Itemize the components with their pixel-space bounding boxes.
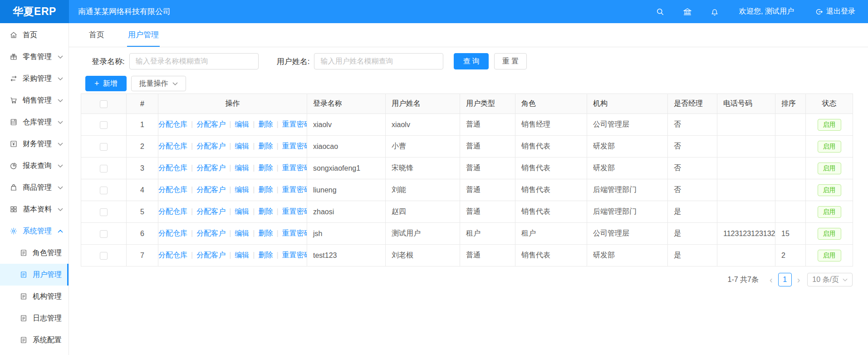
action-assign-warehouse[interactable]: 分配仓库 [158,164,187,172]
status-badge[interactable]: 启用 [818,141,841,153]
sidebar-item-product[interactable]: 商品管理 [0,177,69,198]
row-checkbox[interactable] [100,208,108,216]
search-icon[interactable] [656,7,665,16]
sidebar-item-home[interactable]: 首页 [0,24,69,46]
filter-form: 登录名称: 用户姓名: 查 询 重 置 [92,53,868,70]
tab-home[interactable]: 首页 [88,23,105,47]
action-delete[interactable]: 删除 [258,207,273,215]
page-size-select[interactable]: 10 条/页 [807,273,853,286]
sort-cell [775,114,806,136]
logout-button[interactable]: 退出登录 [815,7,855,16]
sidebar-item-basedata[interactable]: 基本资料 [0,198,69,220]
action-assign-warehouse[interactable]: 分配仓库 [158,251,187,259]
next-page-button[interactable]: › [794,275,803,284]
action-assign-customer[interactable]: 分配客户 [196,120,226,128]
action-reset-password[interactable]: 重置密码 [282,229,307,237]
is-manager-cell: 是 [668,245,717,266]
action-reset-password[interactable]: 重置密码 [282,164,307,172]
action-delete[interactable]: 删除 [258,251,273,259]
action-assign-customer[interactable]: 分配客户 [196,142,226,150]
status-badge[interactable]: 启用 [818,119,841,131]
sidebar-item-system[interactable]: 系统管理 [0,220,69,242]
tab-user-management[interactable]: 用户管理 [127,23,160,47]
action-edit[interactable]: 编辑 [235,207,249,215]
user-name-input[interactable] [314,53,443,69]
login-name-label: 登录名称: [92,56,125,67]
sidebar-item-report[interactable]: 报表查询 [0,155,69,177]
action-delete[interactable]: 删除 [258,120,273,128]
action-delete[interactable]: 删除 [258,229,273,237]
status-badge[interactable]: 启用 [818,250,841,261]
sidebar-item-retail[interactable]: 零售管理 [0,46,69,68]
action-edit[interactable]: 编辑 [235,251,249,259]
row-checkbox[interactable] [100,230,108,238]
select-all-checkbox[interactable] [100,100,108,108]
action-assign-customer[interactable]: 分配客户 [196,229,226,237]
action-reset-password[interactable]: 重置密码 [282,120,307,128]
action-separator: | [191,120,193,128]
action-reset-password[interactable]: 重置密码 [282,207,307,215]
login-name-cell: test123 [307,245,386,266]
sidebar-item-warehouse[interactable]: 仓库管理 [0,111,69,133]
pagination: 1-7 共7条 ‹ 1 › 10 条/页 [81,273,853,286]
action-reset-password[interactable]: 重置密码 [282,186,307,193]
action-assign-customer[interactable]: 分配客户 [196,207,226,215]
action-edit[interactable]: 编辑 [235,164,249,172]
user-type-cell: 普通 [460,158,515,179]
role-cell: 销售代表 [515,179,587,201]
action-edit[interactable]: 编辑 [235,142,249,150]
action-assign-warehouse[interactable]: 分配仓库 [158,229,187,237]
batch-actions-button[interactable]: 批量操作 [131,76,186,91]
status-badge[interactable]: 启用 [818,163,841,174]
action-delete[interactable]: 删除 [258,186,273,193]
row-checkbox[interactable] [100,187,108,194]
sidebar-item-user[interactable]: 用户管理 [0,264,69,286]
sidebar-item-role[interactable]: 角色管理 [0,242,69,264]
page-number-button[interactable]: 1 [778,273,792,286]
action-reset-password[interactable]: 重置密码 [282,251,307,259]
bank-icon[interactable] [683,7,692,16]
row-actions: 分配仓库|分配客户|编辑|删除|重置密码 [158,158,307,179]
action-separator: | [229,142,231,150]
sidebar-item-sales[interactable]: 销售管理 [0,89,69,111]
action-assign-customer[interactable]: 分配客户 [196,251,226,259]
action-separator: | [253,164,255,172]
action-edit[interactable]: 编辑 [235,229,249,237]
prev-page-button[interactable]: ‹ [767,275,775,284]
action-assign-customer[interactable]: 分配客户 [196,186,226,193]
action-assign-warehouse[interactable]: 分配仓库 [158,120,187,128]
row-checkbox[interactable] [100,121,108,129]
user-name-cell: 刘老根 [386,245,460,266]
bell-icon[interactable] [710,7,719,16]
sidebar-item-config[interactable]: 系统配置 [0,329,69,351]
sidebar-item-log[interactable]: 日志管理 [0,307,69,329]
login-name-input[interactable] [129,53,259,69]
action-edit[interactable]: 编辑 [235,120,249,128]
action-reset-password[interactable]: 重置密码 [282,142,307,150]
sidebar-item-label: 系统管理 [23,227,52,236]
action-assign-warehouse[interactable]: 分配仓库 [158,142,187,150]
action-assign-warehouse[interactable]: 分配仓库 [158,207,187,215]
row-index: 7 [127,245,158,266]
sidebar-item-org[interactable]: 机构管理 [0,286,69,307]
sidebar-item-purchase[interactable]: 采购管理 [0,68,69,89]
sidebar-item-finance[interactable]: 财务管理 [0,133,69,155]
status-badge[interactable]: 启用 [818,184,841,196]
status-badge[interactable]: 启用 [818,206,841,218]
row-checkbox[interactable] [100,143,108,151]
status-badge[interactable]: 启用 [818,228,841,240]
action-delete[interactable]: 删除 [258,142,273,150]
tab-bar: 首页用户管理 [69,23,868,47]
action-separator: | [229,186,231,193]
search-button[interactable]: 查 询 [454,53,488,69]
action-assign-customer[interactable]: 分配客户 [196,164,226,172]
row-checkbox[interactable] [100,165,108,173]
cart-icon [10,96,18,104]
action-delete[interactable]: 删除 [258,164,273,172]
column-header-10: 状态 [806,94,853,114]
reset-button[interactable]: 重 置 [494,53,527,69]
row-checkbox[interactable] [100,252,108,260]
action-assign-warehouse[interactable]: 分配仓库 [158,186,187,193]
action-edit[interactable]: 编辑 [235,186,249,193]
add-user-button[interactable]: + 新增 [85,76,127,91]
